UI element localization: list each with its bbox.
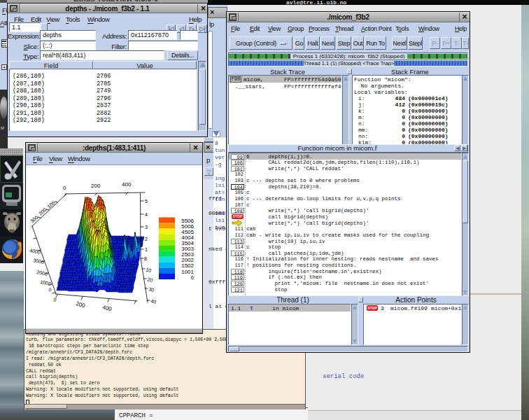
svg-text:2000: 2000 [36, 270, 48, 276]
svg-text:3000: 3000 [33, 258, 45, 265]
svg-text:200: 200 [75, 300, 86, 309]
svg-text:1000: 1000 [40, 279, 52, 286]
svg-text:0: 0 [63, 185, 66, 191]
svg-text:1: 1 [145, 247, 148, 252]
svg-text:4: 4 [145, 212, 148, 217]
svg-text:0: 0 [191, 274, 195, 281]
svg-text:20: 20 [147, 276, 153, 283]
svg-text:400: 400 [101, 304, 113, 312]
svg-text:0: 0 [48, 287, 52, 293]
svg-text:5: 5 [145, 199, 148, 204]
svg-text:10: 10 [146, 267, 152, 273]
svg-text:200: 200 [91, 183, 101, 189]
svg-text:300: 300 [29, 215, 39, 224]
svg-text:30: 30 [148, 286, 155, 293]
svg-text:4000: 4000 [29, 248, 41, 255]
svg-text:8: 8 [144, 256, 147, 261]
svg-text:400: 400 [122, 181, 132, 188]
svg-text:200: 200 [38, 207, 48, 216]
svg-text:100: 100 [46, 200, 56, 209]
svg-text:0: 0 [53, 297, 57, 302]
svg-text:3: 3 [145, 225, 148, 230]
svg-text:2: 2 [145, 237, 148, 241]
svg-text:40: 40 [150, 298, 157, 304]
